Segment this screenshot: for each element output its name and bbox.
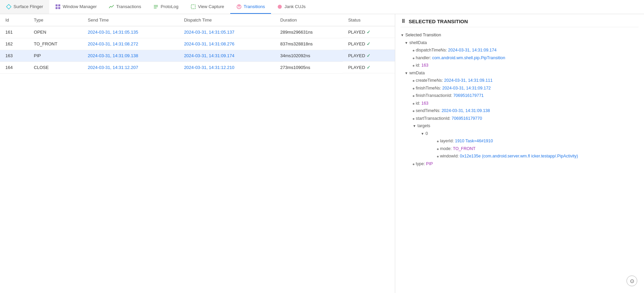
table-cell-status: PLAYED ✓ bbox=[343, 26, 395, 38]
tree-root-label: Selected Transition bbox=[405, 31, 441, 39]
table-cell-duration: 837ms328818ns bbox=[275, 38, 343, 50]
table-cell-dispatch-time: 2024-03-31, 14:31:09.174 bbox=[179, 50, 275, 62]
square-dashed-icon bbox=[191, 4, 196, 9]
type-row: type: PIP bbox=[413, 160, 639, 168]
tab-bar: Surface Flinger Window Manager Transacti… bbox=[0, 0, 644, 14]
wm-data-fields: createTimeNs: 2024-03-31, 14:31:09.111 f… bbox=[405, 77, 639, 168]
dispatch-time-ns-val: 2024-03-31, 14:31:09.174 bbox=[448, 46, 497, 54]
dispatch-time-ns-row: dispatchTimeNs: 2024-03-31, 14:31:09.174 bbox=[413, 46, 639, 54]
table-row[interactable]: 161OPEN2024-03-31, 14:31:05.1352024-03-3… bbox=[0, 26, 395, 38]
dot-icon bbox=[437, 148, 439, 150]
wm-data-group: ▼ wmData createTimeNs: 2024-03-31, 14:31… bbox=[401, 69, 639, 168]
table-cell-send-time: 2024-03-31, 14:31:08.272 bbox=[82, 38, 179, 50]
table-cell-duration: 289ms296631ns bbox=[275, 26, 343, 38]
collapse-target-0[interactable]: ▼ bbox=[421, 131, 424, 137]
dot-icon bbox=[413, 88, 414, 89]
type-key: type: bbox=[416, 160, 426, 168]
table-cell-status: PLAYED ✓ bbox=[343, 50, 395, 62]
collapse-targets[interactable]: ▼ bbox=[413, 123, 416, 129]
col-dispatch-time: Dispatch Time bbox=[179, 14, 275, 26]
target-0-index: 0 bbox=[426, 130, 428, 138]
finish-transaction-id-row: finishTransactionId: 7069516179771 bbox=[413, 92, 639, 100]
panel-title-row: ⏸ SELECTED TRANSITION bbox=[401, 18, 639, 27]
create-time-ns-key: createTimeNs: bbox=[416, 77, 444, 84]
transition-tree: ▼ Selected Transition ▼ shellData dispat… bbox=[401, 31, 639, 168]
table-cell-id: 163 bbox=[0, 50, 29, 62]
table-cell-type: PIP bbox=[29, 50, 82, 62]
shell-data-key: shellData bbox=[409, 39, 427, 47]
circle-pink-icon bbox=[277, 4, 282, 9]
tab-jank-cujs[interactable]: Jank CUJs bbox=[271, 0, 312, 14]
shell-data-group: ▼ shellData dispatchTimeNs: 2024-03-31, … bbox=[401, 39, 639, 69]
svg-point-10 bbox=[278, 5, 282, 9]
table-cell-dispatch-time: 2024-03-31, 14:31:05.137 bbox=[179, 26, 275, 38]
table-cell-duration: 273ms10905ns bbox=[275, 62, 343, 73]
layer-id-key: layerId: bbox=[440, 137, 455, 145]
svg-rect-2 bbox=[58, 4, 60, 6]
table-row[interactable]: 162TO_FRONT2024-03-31, 14:31:08.2722024-… bbox=[0, 38, 395, 50]
table-cell-type: OPEN bbox=[29, 26, 82, 38]
col-status: Status bbox=[343, 14, 395, 26]
tab-view-capture[interactable]: View Capture bbox=[184, 0, 230, 14]
shell-data-header: ▼ shellData bbox=[405, 39, 639, 47]
table-header: Id Type Send Time Dispatch Time Duration… bbox=[0, 14, 395, 26]
mode-val: TO_FRONT bbox=[453, 145, 475, 153]
bottom-right-button[interactable]: ⊙ bbox=[626, 276, 637, 286]
tab-label: View Capture bbox=[198, 4, 224, 9]
dot-icon bbox=[413, 50, 414, 51]
dispatch-time-ns-key: dispatchTimeNs: bbox=[416, 46, 448, 54]
col-type: Type bbox=[29, 14, 82, 26]
dot-icon bbox=[413, 80, 414, 82]
table-row[interactable]: 164CLOSE2024-03-31, 14:31:12.2072024-03-… bbox=[0, 62, 395, 73]
handler-row: handler: com.android.wm.shell.pip.PipTra… bbox=[413, 54, 639, 62]
dot-icon bbox=[413, 118, 414, 120]
targets-header: ▼ targets bbox=[413, 122, 639, 130]
trending-up-icon bbox=[109, 4, 114, 9]
table-cell-dispatch-time: 2024-03-31, 14:31:08.276 bbox=[179, 38, 275, 50]
table-cell-dispatch-time: 2024-03-31, 14:31:12.210 bbox=[179, 62, 275, 73]
table-row[interactable]: 163PIP2024-03-31, 14:31:09.1382024-03-31… bbox=[0, 50, 395, 62]
handler-key: handler: bbox=[416, 54, 432, 62]
tab-window-manager[interactable]: Window Manager bbox=[49, 0, 103, 14]
diamond-icon bbox=[6, 4, 11, 9]
table-cell-status: PLAYED ✓ bbox=[343, 38, 395, 50]
collapse-root[interactable]: ▼ bbox=[401, 32, 404, 38]
tab-label: Surface Flinger bbox=[13, 4, 43, 9]
tab-proto-log[interactable]: ProtoLog bbox=[147, 0, 184, 14]
wm-id-val: 163 bbox=[421, 100, 429, 107]
tree-root: ▼ Selected Transition bbox=[401, 31, 639, 39]
target-0-fields: layerId: 1910 Task=46#1910 mode: TO_FRON… bbox=[421, 137, 639, 160]
send-time-ns-val: 2024-03-31, 14:31:09.138 bbox=[442, 107, 490, 115]
shell-id-val: 163 bbox=[421, 62, 429, 69]
panel-title-text: SELECTED TRANSITION bbox=[409, 19, 468, 24]
start-transaction-id-row: startTransactionId: 7069516179770 bbox=[413, 115, 639, 122]
handler-val: com.android.wm.shell.pip.PipTransition bbox=[432, 54, 505, 62]
collapse-wm[interactable]: ▼ bbox=[405, 70, 408, 76]
create-time-ns-val: 2024-03-31, 14:31:09.111 bbox=[444, 77, 493, 84]
selected-transition-panel: ⏸ SELECTED TRANSITION ▼ Selected Transit… bbox=[395, 14, 644, 293]
mode-row: mode: TO_FRONT bbox=[437, 145, 639, 153]
dot-icon bbox=[437, 156, 439, 157]
wm-data-header: ▼ wmData bbox=[405, 69, 639, 77]
shell-id-key: id: bbox=[416, 62, 421, 69]
collapse-shell[interactable]: ▼ bbox=[405, 40, 408, 46]
dot-icon bbox=[437, 141, 439, 142]
layer-id-val: 1910 Task=46#1910 bbox=[455, 137, 493, 145]
table-cell-type: TO_FRONT bbox=[29, 38, 82, 50]
main-content: Id Type Send Time Dispatch Time Duration… bbox=[0, 14, 644, 293]
svg-rect-3 bbox=[56, 7, 58, 9]
window-id-row: windowId: 0x12e135e (com.android.server.… bbox=[437, 152, 639, 160]
finish-transaction-id-val: 7069516179771 bbox=[453, 92, 483, 100]
col-id: Id bbox=[0, 14, 29, 26]
circle-arrow-icon bbox=[236, 4, 242, 9]
start-transaction-id-val: 7069516179770 bbox=[452, 115, 482, 122]
targets-key: targets bbox=[417, 122, 430, 130]
tab-transactions[interactable]: Transactions bbox=[103, 0, 147, 14]
table-cell-type: CLOSE bbox=[29, 62, 82, 73]
tab-label: Window Manager bbox=[63, 4, 97, 9]
tab-transitions[interactable]: Transitions bbox=[230, 0, 271, 14]
wm-id-key: id: bbox=[416, 100, 421, 107]
wm-data-key: wmData bbox=[409, 69, 425, 77]
tab-surface-flinger[interactable]: Surface Flinger bbox=[0, 0, 49, 14]
col-duration: Duration bbox=[275, 14, 343, 26]
